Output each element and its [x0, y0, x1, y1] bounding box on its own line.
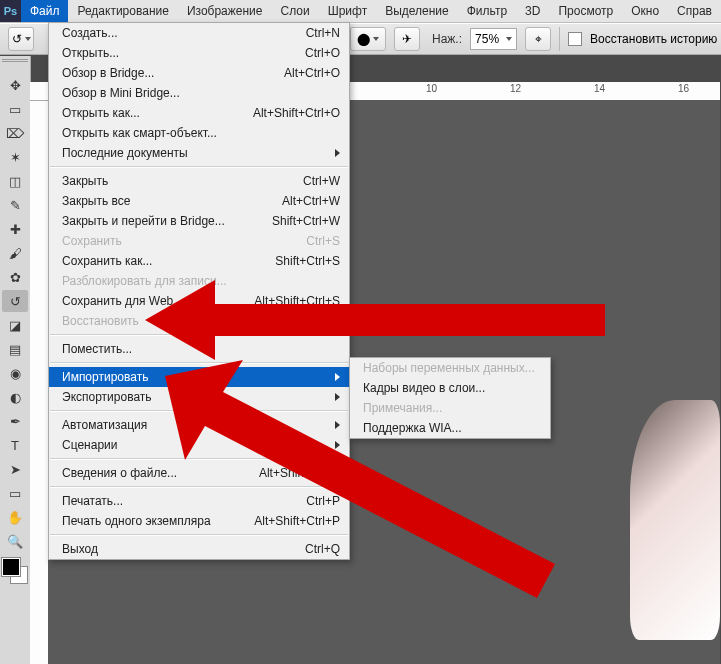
svg-marker-1 [165, 360, 555, 598]
restore-history-checkbox[interactable] [568, 32, 582, 46]
toolbox-handle[interactable] [2, 59, 28, 70]
menu-item-shortcut: Alt+Shift+Ctrl+O [253, 106, 340, 120]
blur-tool-icon[interactable]: ◉ [2, 362, 28, 384]
menu-item-label: Закрыть [62, 174, 303, 188]
menu-separator [50, 166, 348, 168]
file-menu-item[interactable]: Обзор в Bridge...Alt+Ctrl+O [49, 63, 349, 83]
ruler-label: 16 [678, 83, 689, 94]
file-menu-item[interactable]: Открыть как смарт-объект... [49, 123, 349, 143]
menu-Выделение[interactable]: Выделение [376, 0, 458, 22]
menu-item-label: Сохранить как... [62, 254, 275, 268]
flow-label: Наж.: [432, 32, 462, 46]
file-menu-item[interactable]: Закрыть и перейти в Bridge...Shift+Ctrl+… [49, 211, 349, 231]
airbrush-toggle[interactable]: ✈ [394, 27, 420, 51]
dodge-tool-icon[interactable]: ◐ [2, 386, 28, 408]
file-menu-item[interactable]: Закрыть всеAlt+Ctrl+W [49, 191, 349, 211]
menu-item-label: Закрыть все [62, 194, 282, 208]
magic-wand-tool-icon[interactable]: ✶ [2, 146, 28, 168]
menu-item-shortcut: Alt+Ctrl+O [284, 66, 340, 80]
menu-item-label: Открыть как... [62, 106, 253, 120]
submenu-arrow-icon [335, 149, 340, 157]
menu-Окно[interactable]: Окно [622, 0, 668, 22]
file-menu-item[interactable]: Последние документы [49, 143, 349, 163]
pressure-toggle[interactable]: ⌖ [525, 27, 551, 51]
zoom-tool-icon[interactable]: 🔍 [2, 530, 28, 552]
eraser-tool-icon[interactable]: ◪ [2, 314, 28, 336]
hand-tool-icon[interactable]: ✋ [2, 506, 28, 528]
gradient-tool-icon[interactable]: ▤ [2, 338, 28, 360]
ruler-label: 10 [426, 83, 437, 94]
file-menu-item[interactable]: Открыть как...Alt+Shift+Ctrl+O [49, 103, 349, 123]
menu-item-label: Обзор в Mini Bridge... [62, 86, 340, 100]
menu-item-label: Обзор в Bridge... [62, 66, 284, 80]
tool-preset-picker[interactable]: ↺ [8, 27, 34, 51]
menu-item-shortcut: Alt+Ctrl+W [282, 194, 340, 208]
menu-item-label: Сохранить [62, 234, 306, 248]
svg-marker-0 [145, 280, 605, 360]
menu-item-label: Закрыть и перейти в Bridge... [62, 214, 272, 228]
shape-tool-icon[interactable]: ▭ [2, 482, 28, 504]
marquee-tool-icon[interactable]: ▭ [2, 98, 28, 120]
lasso-tool-icon[interactable]: ⌦ [2, 122, 28, 144]
menu-Фильтр[interactable]: Фильтр [458, 0, 516, 22]
menu-Файл[interactable]: Файл [21, 0, 69, 22]
file-menu-item[interactable]: Создать...Ctrl+N [49, 23, 349, 43]
menu-item-shortcut: Ctrl+W [303, 174, 340, 188]
crop-tool-icon[interactable]: ◫ [2, 170, 28, 192]
stamp-tool-icon[interactable]: ✿ [2, 266, 28, 288]
file-menu-item[interactable]: Сохранить как...Shift+Ctrl+S [49, 251, 349, 271]
file-menu-item[interactable]: ЗакрытьCtrl+W [49, 171, 349, 191]
annotation-arrow-2 [165, 360, 555, 600]
type-tool-icon[interactable]: T [2, 434, 28, 456]
color-swatches[interactable] [2, 558, 28, 584]
menu-item-label: Создать... [62, 26, 306, 40]
menu-item-label: Последние документы [62, 146, 335, 160]
foreground-color-swatch[interactable] [2, 558, 20, 576]
menu-Редактирование[interactable]: Редактирование [68, 0, 177, 22]
menu-Шрифт[interactable]: Шрифт [319, 0, 376, 22]
history-brush-tool-icon[interactable]: ↺ [2, 290, 28, 312]
flow-input[interactable]: 75% [470, 28, 517, 50]
menu-Слои[interactable]: Слои [271, 0, 318, 22]
annotation-arrow-1 [145, 280, 605, 360]
ruler-label: 12 [510, 83, 521, 94]
mode-picker[interactable]: ⬤ [350, 27, 386, 51]
brush-mode-icon: ⬤ [357, 32, 370, 46]
menu-3D[interactable]: 3D [516, 0, 549, 22]
menu-item-shortcut: Shift+Ctrl+W [272, 214, 340, 228]
file-menu-item: СохранитьCtrl+S [49, 231, 349, 251]
pen-tool-icon[interactable]: ✒ [2, 410, 28, 432]
move-tool-icon[interactable]: ✥ [2, 74, 28, 96]
menubar: Ps ФайлРедактированиеИзображениеСлоиШриф… [0, 0, 721, 23]
menu-Просмотр[interactable]: Просмотр [549, 0, 622, 22]
healing-brush-tool-icon[interactable]: ✚ [2, 218, 28, 240]
path-selection-tool-icon[interactable]: ➤ [2, 458, 28, 480]
menu-item-shortcut: Ctrl+O [305, 46, 340, 60]
image-content [630, 400, 720, 640]
pressure-icon: ⌖ [535, 32, 542, 46]
ruler-corner [30, 82, 49, 101]
brush-tool-icon[interactable]: 🖌 [2, 242, 28, 264]
menu-Изображение[interactable]: Изображение [178, 0, 272, 22]
airbrush-icon: ✈ [402, 32, 412, 46]
restore-history-label: Восстановить историю [590, 32, 717, 46]
menu-item-shortcut: Ctrl+N [306, 26, 340, 40]
file-menu-item[interactable]: Открыть...Ctrl+O [49, 43, 349, 63]
menu-item-shortcut: Shift+Ctrl+S [275, 254, 340, 268]
ruler-label: 14 [594, 83, 605, 94]
menu-item-shortcut: Ctrl+S [306, 234, 340, 248]
ruler-vertical [30, 100, 49, 664]
menu-Справ[interactable]: Справ [668, 0, 721, 22]
toolbox: ✥▭⌦✶◫✎✚🖌✿↺◪▤◉◐✒T➤▭✋🔍 [0, 56, 31, 664]
app-badge: Ps [0, 0, 21, 22]
menu-item-label: Открыть как смарт-объект... [62, 126, 340, 140]
history-brush-icon: ↺ [12, 32, 22, 46]
menu-item-label: Открыть... [62, 46, 305, 60]
file-menu-item[interactable]: Обзор в Mini Bridge... [49, 83, 349, 103]
eyedropper-tool-icon[interactable]: ✎ [2, 194, 28, 216]
